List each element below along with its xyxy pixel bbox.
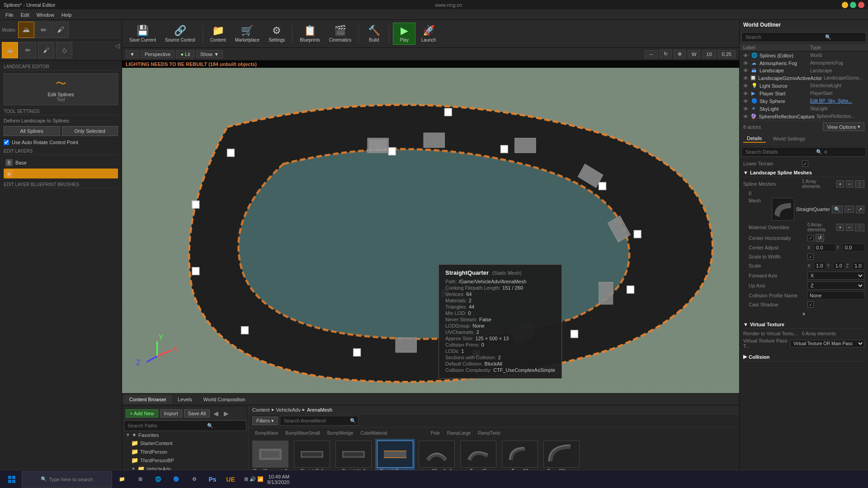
tree-favorites[interactable]: ▼ ★ Favorites: [124, 431, 246, 439]
path-vehicle-adv[interactable]: VehicleAdv: [276, 407, 301, 413]
collision-profile-value[interactable]: None: [807, 291, 864, 300]
tab-world-settings[interactable]: World Settings: [769, 135, 809, 142]
toolbar-settings[interactable]: ⚙ Settings: [265, 23, 288, 44]
wo-item-sphere-reflection[interactable]: 👁 🔮 SphereReflectionCapture SphereReflec…: [740, 113, 868, 120]
center-horiz-reset[interactable]: ↺: [816, 234, 824, 242]
toolbar-source-control[interactable]: 🔗 Source Control: [161, 23, 199, 44]
mode-paint[interactable]: 🖌: [52, 22, 69, 38]
toolbar-play[interactable]: ▶ Play: [393, 23, 415, 45]
lower-terrain-checkbox[interactable]: [802, 160, 808, 167]
y-val[interactable]: 0.0: [843, 244, 864, 252]
cb-search-input[interactable]: [126, 422, 207, 429]
vt-pass-select[interactable]: Virtual Texture OR Main Pass Virtual Tex…: [790, 340, 864, 347]
tool-extra1[interactable]: ◇: [56, 42, 72, 58]
toolbar-cinematics[interactable]: 🎬 Cinematics: [326, 23, 355, 44]
wo-item-skylight[interactable]: 👁 ☀ SkyLight SkyLight: [740, 105, 868, 113]
toolbar-save-current[interactable]: 💾 Save Current: [126, 23, 160, 44]
settings-sys-icon[interactable]: ⚙: [186, 471, 203, 488]
tab-world-composition[interactable]: World Composition: [198, 395, 251, 404]
gizmo-scale[interactable]: ⊕: [674, 50, 686, 58]
menu-window[interactable]: Window: [33, 11, 58, 19]
scale-btn[interactable]: 0.25: [718, 50, 736, 58]
toolbar-blueprints[interactable]: 📋 Blueprints: [296, 23, 323, 44]
tab-levels[interactable]: Levels: [172, 395, 198, 404]
grid-size[interactable]: 10: [702, 50, 716, 58]
mesh-browse[interactable]: 🔍: [832, 206, 843, 213]
menu-file[interactable]: File: [2, 11, 17, 19]
tree-third-person[interactable]: 📁 ThirdPerson: [129, 447, 246, 456]
viewport-show-btn[interactable]: Show ▼: [196, 50, 223, 58]
edit-splines-button[interactable]: 〜 Edit Splines Tool: [4, 73, 118, 105]
material-remove[interactable]: −: [846, 224, 853, 231]
x-val[interactable]: 1.0: [814, 262, 826, 270]
gizmo-rotate[interactable]: ↻: [660, 50, 672, 58]
material-add[interactable]: +: [836, 224, 844, 231]
task-view-icon[interactable]: ⊞: [132, 471, 148, 488]
start-button[interactable]: [4, 471, 20, 488]
file-explorer-icon[interactable]: 📁: [114, 471, 130, 488]
cb-asset-search-input[interactable]: [282, 417, 350, 424]
material-options[interactable]: ⋮: [855, 224, 864, 231]
wo-search-input[interactable]: [744, 33, 825, 41]
menu-help[interactable]: Help: [58, 11, 75, 19]
z-val[interactable]: 1.0: [852, 262, 864, 270]
gizmo-mode[interactable]: W: [688, 50, 700, 58]
layer-base[interactable]: B Base: [4, 158, 118, 168]
dp-search-input[interactable]: [744, 148, 816, 155]
y-val[interactable]: 1.0: [833, 262, 845, 270]
center-horiz-checkbox[interactable]: [807, 235, 814, 241]
viewport-mode-btn[interactable]: ▼: [126, 50, 139, 58]
tool-paint[interactable]: 🖌: [38, 42, 54, 58]
wo-item-splines[interactable]: 👁 🌐 Splines (Editor) World: [740, 52, 868, 59]
scale-to-width-checkbox[interactable]: [807, 253, 814, 260]
up-axis-select[interactable]: Z X Y: [807, 282, 864, 290]
collapse-left[interactable]: ◁: [115, 42, 120, 58]
toolbar-marketplace[interactable]: 🛒 Marketplace: [231, 23, 263, 44]
layer-orange[interactable]: ◈: [4, 169, 118, 178]
maximize-button[interactable]: [850, 2, 856, 8]
tool-manage[interactable]: ⛰: [2, 42, 18, 58]
only-selected-button[interactable]: Only Selected: [62, 126, 118, 136]
viewport-perspective-btn[interactable]: Perspective: [141, 50, 175, 58]
path-arena-mesh[interactable]: ArenaMesh: [307, 407, 332, 413]
wo-item-sky-sphere[interactable]: 👁 🔵 Sky Sphere Edit BP_Sky_Sphe...: [740, 97, 868, 105]
browser-icon[interactable]: 🌐: [150, 471, 166, 488]
minimize-button[interactable]: [842, 2, 848, 8]
mode-sculpt[interactable]: ✏: [35, 22, 52, 38]
tab-content-browser[interactable]: Content Browser: [124, 395, 172, 404]
mode-manage[interactable]: ⛰: [18, 22, 34, 38]
forward-axis-select[interactable]: X Y Z: [807, 272, 864, 280]
wo-view-options[interactable]: View Options ▾: [823, 122, 864, 131]
tree-third-person-bp[interactable]: 📁 ThirdPersonBP: [129, 456, 246, 465]
tab-details[interactable]: Details: [743, 135, 766, 143]
filters-button[interactable]: Filters ▾: [252, 417, 278, 425]
toolbar-launch[interactable]: 🚀 Launch: [417, 23, 440, 44]
all-splines-button[interactable]: All Splines: [4, 126, 60, 136]
mesh-use-selected[interactable]: ←: [844, 206, 854, 213]
mesh-find[interactable]: ↗: [856, 206, 864, 213]
section-collapse[interactable]: ▲: [743, 310, 864, 317]
viewport-lit-btn[interactable]: ● Lit: [176, 50, 194, 58]
auto-rotate-checkbox[interactable]: [4, 140, 9, 145]
menu-edit[interactable]: Edit: [17, 11, 33, 19]
spline-meshes-add[interactable]: +: [836, 180, 844, 188]
wo-item-gizmo[interactable]: 👁 🔲 LandscapeGizmoActiveActor LandscapeG…: [740, 74, 868, 82]
spline-meshes-remove[interactable]: −: [846, 180, 853, 188]
asset-grid-scroll[interactable]: BumpWave BumpWaveSmall BumpWedge CubeMat…: [249, 427, 739, 476]
ps-icon[interactable]: Ps: [204, 471, 221, 488]
chrome-icon[interactable]: 🔵: [168, 471, 184, 488]
spline-meshes-options[interactable]: ⋮: [855, 180, 864, 188]
toolbar-content[interactable]: 📁 Content: [207, 23, 230, 44]
landscape-spline-meshes-title[interactable]: ▼ Landscape Spline Meshes: [743, 169, 864, 177]
back-arrow[interactable]: ◀: [212, 409, 220, 418]
forward-arrow[interactable]: ▶: [222, 409, 231, 418]
cast-shadow-checkbox[interactable]: [807, 301, 814, 308]
close-button[interactable]: [858, 2, 864, 8]
import-button[interactable]: Import: [160, 409, 182, 418]
search-bar[interactable]: 🔍 Type here to search: [22, 471, 112, 488]
tree-starter-content[interactable]: 📁 StarterContent: [129, 439, 246, 447]
wo-item-atmos-fog[interactable]: 👁 ☁ Atmospheric Fog AtmosphericFog: [740, 59, 868, 67]
tool-sculpt[interactable]: ✏: [20, 42, 36, 58]
save-all-button[interactable]: Save All: [184, 409, 210, 418]
viewport[interactable]: X Y Z StraightQuarter (Static Mesh) Path…: [122, 68, 739, 393]
